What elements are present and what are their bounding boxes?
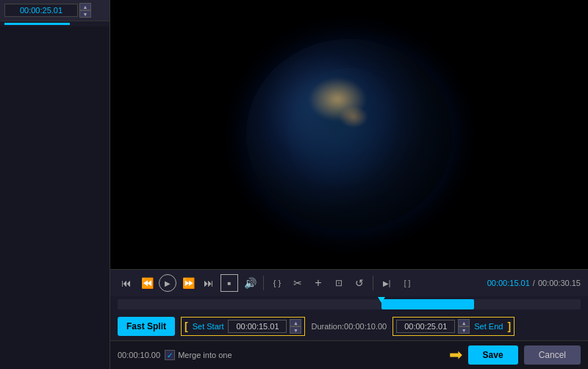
merge-checkbox-label[interactable]: Merge into one — [165, 350, 232, 360]
earth-visual — [246, 39, 452, 230]
main-content: ⏮ ⏪ ▶ ⏩ ⏭ ■ 🔊 { } ✂ + ⊡ ↺ ▶| [ ] 00:00:1… — [110, 0, 588, 369]
save-button[interactable]: Save — [468, 345, 518, 365]
set-start-spinner: ▲ ▼ — [290, 319, 301, 334]
cut-button[interactable]: ✂ — [289, 274, 306, 292]
edit-controls: Fast Split [ Set Start ▲ ▼ Duration:00:0… — [110, 312, 588, 340]
set-end-spinner-down[interactable]: ▼ — [458, 326, 470, 334]
fast-split-button[interactable]: Fast Split — [118, 317, 175, 336]
mark-in-button[interactable]: { } — [268, 274, 286, 292]
timeline-filled — [381, 299, 474, 309]
sidebar-time-spinner: ▲ ▼ — [79, 3, 91, 18]
merge-checkbox[interactable] — [165, 350, 175, 360]
video-preview — [110, 0, 588, 269]
bracket-button[interactable]: [ ] — [398, 274, 416, 292]
set-start-time-field[interactable] — [228, 320, 287, 333]
bracket-open-label: [ — [184, 320, 188, 332]
separator-2 — [373, 276, 373, 290]
set-start-spinner-up[interactable]: ▲ — [290, 319, 301, 326]
controls-right: 00:00:15.01 / 00:00:30.15 — [487, 279, 581, 287]
set-start-group: [ Set Start ▲ ▼ — [181, 317, 305, 336]
merge-label-text: Merge into one — [178, 351, 232, 359]
bottom-right: ➡ Save Cancel — [449, 345, 581, 365]
current-time-display: 00:00:15.01 — [487, 279, 530, 287]
sidebar: ▲ ▼ — [0, 0, 110, 369]
volume-button[interactable]: 🔊 — [241, 274, 259, 292]
sidebar-progress-bar — [4, 23, 70, 25]
set-start-button[interactable]: Set Start — [191, 320, 226, 332]
rotate-button[interactable]: ↺ — [351, 274, 368, 292]
spinner-down[interactable]: ▼ — [79, 10, 91, 18]
sidebar-content — [0, 26, 110, 369]
set-end-time-field[interactable] — [396, 320, 455, 333]
capture-button[interactable]: ⊡ — [330, 274, 348, 292]
earth-lights-2 — [339, 106, 368, 128]
controls-bar: ⏮ ⏪ ▶ ⏩ ⏭ ■ 🔊 { } ✂ + ⊡ ↺ ▶| [ ] 00:00:1… — [110, 269, 588, 296]
total-time-display: 00:00:30.15 — [538, 279, 581, 287]
time-separator: / — [533, 279, 535, 287]
sidebar-time-input: ▲ ▼ — [0, 0, 110, 21]
timeline-area[interactable] — [110, 296, 588, 312]
set-end-button[interactable]: Set End — [473, 320, 504, 332]
play-segment-button[interactable]: ▶| — [378, 274, 395, 292]
skip-fwd-button[interactable]: ⏭ — [200, 274, 218, 292]
separator-1 — [263, 276, 264, 290]
controls-left: ⏮ ⏪ ▶ ⏩ ⏭ ■ 🔊 { } ✂ + ⊡ ↺ ▶| [ ] — [118, 274, 416, 292]
skip-back-button[interactable]: ⏮ — [118, 274, 135, 292]
timeline-handle[interactable] — [378, 297, 385, 303]
set-end-group: ▲ ▼ Set End ] — [392, 317, 514, 336]
arrow-icon: ➡ — [449, 345, 462, 365]
bottom-time-value: 00:00:10.00 — [118, 351, 160, 359]
bottom-bar: 00:00:10.00 Merge into one ➡ Save Cancel — [110, 340, 588, 369]
step-back-button[interactable]: ⏪ — [138, 274, 156, 292]
app-container: ▲ ▼ ⏮ ⏪ ▶ ⏩ ⏭ ■ 🔊 — [0, 0, 588, 369]
set-end-spinner-up[interactable]: ▲ — [458, 319, 470, 326]
set-end-spinner: ▲ ▼ — [458, 319, 470, 334]
step-fwd-button[interactable]: ⏩ — [179, 274, 197, 292]
cancel-button[interactable]: Cancel — [524, 345, 581, 365]
sidebar-time-field[interactable] — [4, 4, 78, 17]
duration-label: Duration:00:00:10.00 — [311, 322, 387, 331]
spinner-up[interactable]: ▲ — [79, 3, 91, 10]
set-start-spinner-down[interactable]: ▼ — [290, 326, 301, 334]
stop-button[interactable]: ■ — [220, 274, 238, 292]
play-button[interactable]: ▶ — [159, 274, 176, 292]
bracket-close-label: ] — [507, 320, 511, 332]
bottom-left: 00:00:10.00 Merge into one — [118, 350, 232, 360]
add-button[interactable]: + — [309, 274, 327, 292]
timeline-track[interactable] — [118, 299, 581, 309]
